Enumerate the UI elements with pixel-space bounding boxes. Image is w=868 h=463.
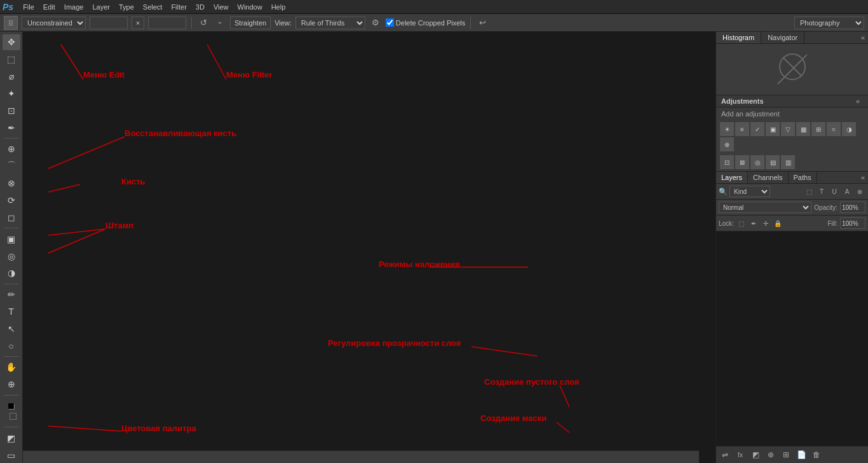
crop-tool-icon[interactable]: ⌹ bbox=[4, 16, 18, 30]
delete-cropped-label[interactable]: Delete Cropped Pixels bbox=[386, 18, 465, 27]
fill-input[interactable] bbox=[840, 218, 865, 229]
delete-cropped-checkbox[interactable] bbox=[386, 18, 394, 27]
separator-3 bbox=[4, 284, 19, 284]
adj-photo-filter[interactable]: ≈ bbox=[827, 122, 841, 136]
layer-adjustment-btn[interactable]: ⊕ bbox=[764, 448, 777, 461]
zoom-tool[interactable]: ⊕ bbox=[3, 377, 20, 392]
layers-collapse-btn[interactable]: « bbox=[858, 174, 868, 181]
new-group-btn[interactable]: ⊞ bbox=[780, 448, 792, 461]
reset-button[interactable]: ↩ bbox=[476, 17, 489, 29]
gear-icon[interactable]: ⚙ bbox=[369, 17, 382, 29]
brush-tool[interactable]: ⌒ bbox=[3, 158, 20, 174]
straighten-button[interactable]: Straighten bbox=[230, 17, 271, 29]
adj-levels[interactable]: ≡ bbox=[735, 122, 749, 136]
adj-gradient-map[interactable]: ◎ bbox=[750, 155, 764, 169]
filter-pixel-icon[interactable]: ⬚ bbox=[803, 186, 815, 197]
adj-curves[interactable]: ✓ bbox=[750, 122, 764, 136]
filter-shape-icon[interactable]: A bbox=[841, 186, 853, 197]
constraint-select[interactable]: Unconstrained Original Ratio Square bbox=[22, 17, 86, 29]
adj-posterize[interactable]: ⊡ bbox=[720, 155, 734, 169]
svg-line-1 bbox=[207, 45, 226, 79]
add-adjustment-text: Add an adjustment bbox=[716, 107, 868, 120]
quick-mask-btn[interactable]: ◩ bbox=[3, 430, 20, 446]
channels-tab[interactable]: Channels bbox=[748, 172, 788, 183]
lock-position-btn[interactable]: ✛ bbox=[761, 218, 771, 228]
delete-values-btn[interactable]: × bbox=[132, 17, 144, 29]
marquee-tool[interactable]: ⬚ bbox=[3, 52, 20, 67]
lock-icons: ⬚ ✒ ✛ 🔒 bbox=[736, 218, 783, 228]
menu-help[interactable]: Help bbox=[267, 2, 290, 12]
menu-filter[interactable]: Filter bbox=[166, 2, 191, 12]
menu-view[interactable]: View bbox=[209, 2, 233, 12]
pen-tool[interactable]: ✏ bbox=[3, 287, 20, 303]
layer-style-btn[interactable]: fx bbox=[734, 448, 747, 461]
divider-2 bbox=[470, 17, 471, 29]
blur-tool[interactable]: ◎ bbox=[3, 248, 20, 264]
adj-invert[interactable]: ⊕ bbox=[720, 137, 734, 151]
menu-file[interactable]: File bbox=[18, 2, 39, 12]
background-color-btn[interactable]: □ bbox=[4, 409, 22, 425]
layer-mask-btn[interactable]: ◩ bbox=[749, 448, 762, 461]
opacity-input[interactable] bbox=[840, 202, 865, 213]
filter-type-icon[interactable]: U bbox=[829, 186, 840, 197]
height-input[interactable] bbox=[148, 17, 186, 29]
histogram-collapse-btn[interactable]: « bbox=[858, 34, 868, 41]
straighten-icon: ⌁ bbox=[214, 17, 226, 29]
status-bar bbox=[23, 450, 699, 463]
left-toolbar: ✥ ⬚ ⌀ ✦ ⊡ ✒ ⊕ ⌒ ⊗ ⟳ ◻ ▣ ◎ ◑ ✏ T ↖ ○ ✋ ⊕ … bbox=[0, 32, 23, 463]
menu-window[interactable]: Window bbox=[233, 2, 267, 12]
lock-transparent-btn[interactable]: ⬚ bbox=[736, 218, 747, 228]
menu-type[interactable]: Type bbox=[114, 2, 139, 12]
dodge-tool[interactable]: ◑ bbox=[3, 265, 20, 281]
view-select[interactable]: Rule of Thirds Grid Diagonal Triangle Go… bbox=[295, 17, 365, 29]
adj-solid-color[interactable]: ▥ bbox=[781, 155, 795, 169]
history-brush-tool[interactable]: ⟳ bbox=[3, 193, 20, 209]
adj-channel-mixer[interactable]: ◑ bbox=[842, 122, 856, 136]
eyedropper-tool[interactable]: ✒ bbox=[3, 120, 20, 135]
histogram-tab[interactable]: Histogram bbox=[716, 32, 761, 43]
navigator-tab[interactable]: Navigator bbox=[761, 32, 804, 43]
text-tool[interactable]: T bbox=[3, 304, 20, 320]
adj-exposure[interactable]: ▣ bbox=[766, 122, 780, 136]
gradient-tool[interactable]: ▣ bbox=[3, 231, 20, 247]
crop-tool[interactable]: ⊡ bbox=[3, 102, 20, 118]
lock-all-btn[interactable]: 🔒 bbox=[773, 218, 783, 228]
menu-edit[interactable]: Edit bbox=[39, 2, 60, 12]
link-layers-btn[interactable]: ⇌ bbox=[719, 448, 731, 461]
magic-wand-tool[interactable]: ✦ bbox=[3, 86, 20, 102]
adj-vibrance[interactable]: ▽ bbox=[781, 122, 795, 136]
clone-stamp-tool[interactable]: ⊗ bbox=[3, 176, 20, 191]
delete-layer-btn[interactable]: 🗑 bbox=[810, 448, 823, 461]
separator-5 bbox=[4, 395, 19, 396]
adj-threshold[interactable]: ⊠ bbox=[735, 155, 749, 169]
adj-colorbalance[interactable]: ⊞ bbox=[811, 122, 825, 136]
adj-selective-color[interactable]: ▤ bbox=[766, 155, 780, 169]
menu-layer[interactable]: Layer bbox=[88, 2, 114, 12]
eraser-tool[interactable]: ◻ bbox=[3, 209, 20, 225]
menu-3d[interactable]: 3D bbox=[191, 2, 209, 12]
menu-select[interactable]: Select bbox=[139, 2, 167, 12]
adjustments-collapse-btn[interactable]: « bbox=[853, 97, 863, 105]
layers-kind-select[interactable]: Kind Name Effect Mode Attribute Color bbox=[729, 186, 770, 197]
blend-mode-select[interactable]: Normal Dissolve Multiply Screen Overlay bbox=[719, 202, 811, 213]
workspace-select[interactable]: Photography Essentials Motion Painting T… bbox=[794, 17, 864, 29]
layers-tab[interactable]: Layers bbox=[716, 172, 748, 183]
rotate-icon[interactable]: ↺ bbox=[197, 17, 210, 29]
adj-hsl[interactable]: ▦ bbox=[796, 122, 810, 136]
screen-mode-btn[interactable]: ▭ bbox=[3, 447, 20, 463]
lasso-tool[interactable]: ⌀ bbox=[3, 69, 20, 85]
path-selection-tool[interactable]: ↖ bbox=[3, 321, 20, 336]
svg-line-8 bbox=[560, 385, 569, 407]
filter-smart-icon[interactable]: ⊕ bbox=[854, 186, 865, 197]
shape-tool[interactable]: ○ bbox=[3, 338, 20, 354]
width-input[interactable] bbox=[90, 17, 128, 29]
healing-brush-tool[interactable]: ⊕ bbox=[3, 141, 20, 157]
move-tool[interactable]: ✥ bbox=[3, 34, 20, 50]
paths-tab[interactable]: Paths bbox=[789, 172, 817, 183]
lock-pixels-btn[interactable]: ✒ bbox=[749, 218, 759, 228]
menu-image[interactable]: Image bbox=[60, 2, 88, 12]
new-layer-btn[interactable]: 📄 bbox=[795, 448, 808, 461]
adj-brightness[interactable]: ☀ bbox=[720, 122, 734, 136]
filter-adjust-icon[interactable]: T bbox=[816, 186, 827, 197]
hand-tool[interactable]: ✋ bbox=[3, 359, 20, 375]
